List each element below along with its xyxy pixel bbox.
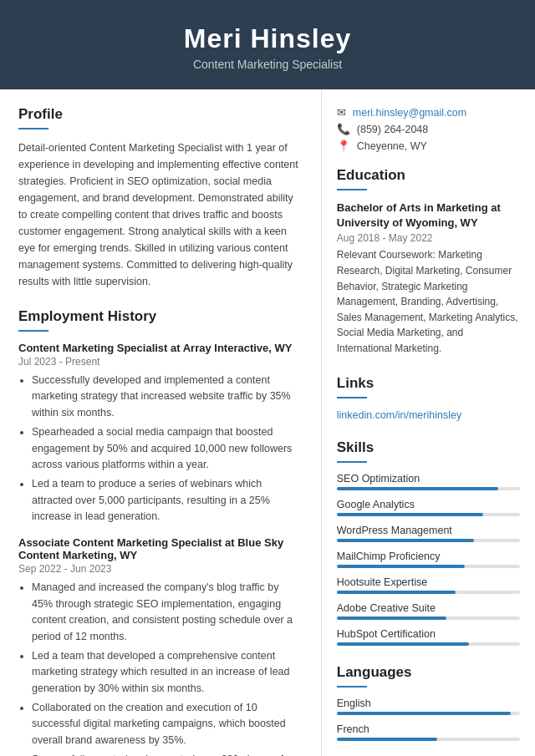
header-title: Content Marketing Specialist [17, 58, 518, 71]
profile-text: Detail-oriented Content Marketing Specia… [18, 140, 303, 290]
profile-divider [18, 128, 48, 129]
education-section: Education Bachelor of Arts in Marketing … [337, 167, 520, 357]
employment-section: Employment History Content Marketing Spe… [18, 308, 303, 756]
linkedin-link[interactable]: linkedin.com/in/merihinsley [337, 409, 461, 421]
job-1-bullets: Successfully developed and implemented a… [18, 373, 303, 525]
phone-icon: 📞 [337, 123, 350, 135]
links-section: Links linkedin.com/in/merihinsley [337, 375, 520, 421]
job-1-bullet-2: Spearheaded a social media campaign that… [32, 424, 303, 473]
job-1-dates: Jul 2023 - Present [18, 356, 303, 368]
languages-divider [337, 686, 367, 688]
job-2: Associate Content Marketing Specialist a… [18, 536, 303, 756]
edu-dates: Aug 2018 - May 2022 [337, 232, 520, 244]
right-column: ✉ meri.hinsley@gmail.com 📞 (859) 264-204… [322, 89, 535, 756]
skills-section: Skills SEO Optimization Google Analytics… [337, 439, 520, 646]
job-2-bullet-2: Led a team that developed a comprehensiv… [32, 648, 303, 697]
contact-section: ✉ meri.hinsley@gmail.com 📞 (859) 264-204… [337, 106, 520, 152]
job-2-bullet-3: Collaborated on the creation and executi… [32, 700, 303, 748]
skill-adobe: Adobe Creative Suite [337, 602, 520, 620]
skills-divider [337, 461, 367, 463]
skill-hubspot: HubSpot Certification [337, 628, 520, 646]
phone-number: (859) 264-2048 [357, 124, 428, 135]
profile-heading: Profile [18, 106, 303, 123]
links-heading: Links [337, 375, 520, 392]
education-divider [337, 189, 367, 190]
edu-desc: Relevant Coursework: Marketing Research,… [337, 247, 520, 356]
skill-mailchimp: MailChimp Proficiency [337, 551, 520, 568]
education-heading: Education [337, 167, 520, 184]
job-2-bullet-4: Successfully created and promoted over 2… [32, 752, 303, 756]
header-name: Meri Hinsley [17, 23, 518, 54]
employment-heading: Employment History [18, 308, 303, 325]
skills-heading: Skills [337, 439, 520, 456]
email-icon: ✉ [337, 106, 346, 119]
job-2-bullets: Managed and increased the company's blog… [18, 580, 303, 756]
skill-wordpress: WordPress Management [337, 525, 520, 542]
job-2-title: Associate Content Marketing Specialist a… [18, 536, 303, 561]
job-2-bullet-1: Managed and increased the company's blog… [32, 580, 303, 645]
skill-analytics: Google Analytics [337, 499, 520, 516]
lang-french: French [337, 723, 520, 741]
left-column: Profile Detail-oriented Content Marketin… [0, 89, 322, 756]
edu-degree: Bachelor of Arts in Marketing at Univers… [337, 200, 520, 231]
contact-phone: 📞 (859) 264-2048 [337, 123, 520, 135]
location-icon: 📍 [337, 140, 350, 152]
contact-email: ✉ meri.hinsley@gmail.com [337, 106, 520, 119]
languages-heading: Languages [337, 664, 520, 681]
job-1-title: Content Marketing Specialist at Array In… [18, 342, 303, 354]
job-2-dates: Sep 2022 - Jun 2023 [18, 563, 303, 575]
job-1-bullet-1: Successfully developed and implemented a… [32, 373, 303, 421]
job-1: Content Marketing Specialist at Array In… [18, 342, 303, 525]
job-1-bullet-3: Led a team to produce a series of webina… [32, 476, 303, 525]
languages-section: Languages English French [337, 664, 520, 741]
email-link[interactable]: meri.hinsley@gmail.com [353, 107, 466, 119]
contact-location: 📍 Cheyenne, WY [337, 140, 520, 152]
header: Meri Hinsley Content Marketing Specialis… [0, 0, 535, 89]
location-text: Cheyenne, WY [357, 140, 427, 152]
main-content: Profile Detail-oriented Content Marketin… [0, 89, 535, 756]
links-divider [337, 397, 367, 398]
employment-divider [18, 330, 48, 332]
skill-seo: SEO Optimization [337, 473, 520, 490]
skill-hootsuite: Hootsuite Expertise [337, 576, 520, 594]
lang-english: English [337, 698, 520, 715]
profile-section: Profile Detail-oriented Content Marketin… [18, 106, 303, 290]
